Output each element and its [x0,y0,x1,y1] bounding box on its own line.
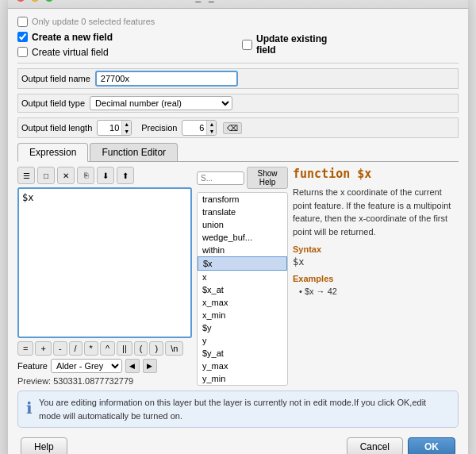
info-bar: ℹ You are editing information on this la… [17,391,459,428]
toolbar-load-btn[interactable]: ⬇ [97,167,114,184]
output-field-type-label: Output field type [21,98,85,108]
precision-spinner-buttons: ▲ ▼ [206,121,216,135]
function-list-item[interactable]: wedge_buf... [198,231,287,244]
output-field-type-row: Output field type Decimal number (real) [17,94,459,113]
syntax-label: Syntax [293,244,459,254]
tab-expression[interactable]: Expression [17,143,88,162]
op-divide[interactable]: / [69,341,83,356]
cancel-button[interactable]: Cancel [347,437,403,454]
length-up-btn[interactable]: ▲ [122,121,131,128]
right-panel: function $x Returns the x coordinate of … [293,167,459,386]
op-newline[interactable]: \n [165,341,183,356]
minimize-button[interactable] [30,0,40,2]
divider-1 [17,63,459,63]
left-section: Create a new field Create virtual field [17,32,234,58]
toolbar-save-btn[interactable]: ⬆ [117,167,134,184]
help-button[interactable]: Help [21,437,67,454]
function-list-item[interactable]: x [198,271,287,283]
create-virtual-checkbox[interactable] [17,47,28,57]
precision-label: Precision [141,123,177,133]
ok-button[interactable]: OK [408,437,455,454]
feature-next-btn[interactable]: ▶ [143,359,157,373]
editor-area: ☰ □ ✕ ⎘ ⬇ ⬆ $x = + - / * ^ || ( ) [17,167,459,386]
syntax-code: $x [293,256,459,267]
output-field-name-input[interactable] [95,71,238,87]
bottom-buttons: Help Cancel OK [17,433,459,454]
only-update-row: Only update 0 selected features [17,17,459,27]
create-new-field-row: Create a new field [17,32,234,43]
op-power[interactable]: ^ [100,341,115,356]
left-editor: ☰ □ ✕ ⎘ ⬇ ⬆ $x = + - / * ^ || ( ) [17,167,192,386]
output-field-name-row: Output field name [17,68,459,89]
info-icon: ℹ [26,396,33,420]
toolbar-cut-btn[interactable]: ✕ [57,167,75,184]
op-concat[interactable]: || [117,341,132,356]
toolbar-clear-btn[interactable]: ☰ [17,167,35,184]
function-list-item[interactable]: union [198,218,287,231]
right-section: Update existing field [234,33,459,56]
precision-input[interactable] [182,122,206,133]
only-update-checkbox[interactable] [17,17,28,27]
examples-label: Examples [293,274,459,283]
output-field-name-label: Output field name [21,74,90,83]
close-button[interactable] [16,0,25,2]
function-list-item[interactable]: $y [198,321,287,334]
precision-clear-btn[interactable]: ⌫ [223,122,242,134]
length-input[interactable] [98,122,121,133]
function-list-item[interactable]: y_min [198,372,287,385]
create-new-field-checkbox[interactable] [17,32,28,42]
op-open-paren[interactable]: ( [134,341,148,356]
operator-buttons: = + - / * ^ || ( ) \n [17,341,192,356]
output-field-length-row: Output field length ▲ ▼ Precision ▲ ▼ ⌫ [17,117,459,138]
middle-panel: Show Help transformtranslateunionwedge_b… [197,167,288,386]
function-list-item[interactable]: x_max [198,296,287,309]
feature-row: Feature Alder - Grey ◀ ▶ [17,359,192,373]
expression-box[interactable]: $x [17,187,192,338]
function-list-item[interactable]: y [198,334,287,347]
function-list-item[interactable]: $x [198,256,287,271]
titlebar: 27700Trees_In_Camden — Field Calculator [8,0,468,9]
function-list-item[interactable]: translate [198,206,287,218]
output-field-type-select[interactable]: Decimal number (real) [90,96,232,110]
tabs: Expression Function Editor [17,143,459,162]
update-existing-checkbox[interactable] [242,40,252,50]
feature-select[interactable]: Alder - Grey [51,359,122,373]
op-plus[interactable]: + [35,341,51,356]
precision-up-btn[interactable]: ▲ [207,121,216,128]
precision-down-btn[interactable]: ▼ [207,128,216,135]
function-list-item[interactable]: $y_at [198,347,287,360]
example-item: $x → 42 [293,287,459,296]
output-field-length-label: Output field length [21,123,92,133]
op-minus[interactable]: - [53,341,67,356]
function-list-item[interactable]: transform [198,193,287,206]
function-list-item[interactable]: $x_at [198,283,287,296]
search-row: Show Help [197,167,288,189]
toolbar-paste-btn[interactable]: ⎘ [77,167,94,184]
feature-prev-btn[interactable]: ◀ [125,359,140,373]
preview-label: Preview: [17,376,51,386]
update-existing-row: Update existing field [242,33,342,56]
function-list-item[interactable]: y_max [198,360,287,372]
length-down-btn[interactable]: ▼ [122,128,131,135]
function-title: function $x [293,167,459,181]
toolbar-copy-btn[interactable]: □ [37,167,55,184]
function-list-item[interactable]: within [198,244,287,256]
length-spinner[interactable]: ▲ ▼ [97,120,132,136]
op-equals[interactable]: = [17,341,33,356]
toolbar-icons: ☰ □ ✕ ⎘ ⬇ ⬆ [17,167,192,184]
length-spinner-buttons: ▲ ▼ [121,121,131,135]
tab-function-editor[interactable]: Function Editor [90,143,178,161]
function-list-item[interactable]: x_min [198,309,287,321]
maximize-button[interactable] [44,0,54,2]
create-virtual-label: Create virtual field [32,47,109,58]
op-close-paren[interactable]: ) [149,341,163,356]
preview-value: 530331.0877732779 [53,376,133,386]
info-message: You are editing information on this laye… [39,396,450,422]
only-update-label: Only update 0 selected features [32,17,155,26]
search-input[interactable] [197,171,244,185]
precision-spinner[interactable]: ▲ ▼ [182,120,217,136]
main-window: 27700Trees_In_Camden — Field Calculator … [8,0,468,454]
show-help-btn[interactable]: Show Help [247,167,288,189]
op-multiply[interactable]: * [84,341,98,356]
update-existing-label: Update existing field [256,33,342,56]
